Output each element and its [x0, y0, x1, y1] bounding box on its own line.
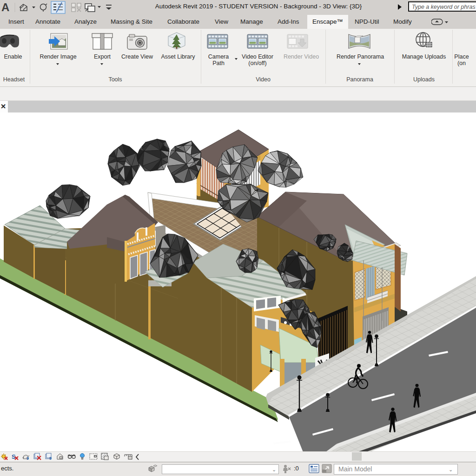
svg-text:9: 9 [49, 456, 52, 461]
svg-text:A: A [1, 1, 9, 13]
svg-text:9: 9 [26, 456, 29, 461]
